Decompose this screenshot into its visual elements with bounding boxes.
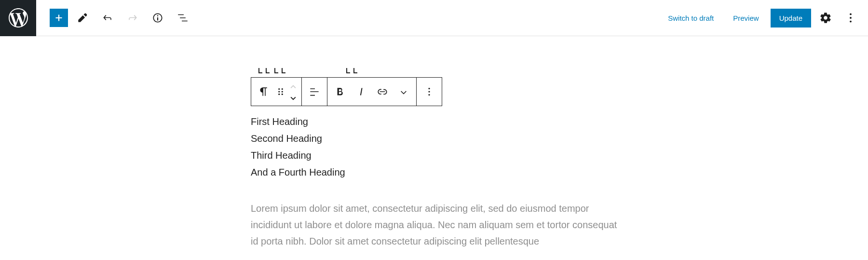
link-icon	[376, 85, 389, 98]
top-toolbar: Switch to draft Preview Update	[0, 0, 868, 36]
block-mover[interactable]	[287, 79, 299, 104]
svg-point-1	[850, 17, 852, 19]
bold-icon	[334, 85, 346, 98]
svg-point-2	[850, 21, 852, 23]
add-block-button[interactable]	[50, 9, 68, 27]
align-group	[302, 78, 327, 106]
heading-line[interactable]: Second Heading	[251, 130, 617, 147]
block-type-group	[251, 78, 302, 106]
move-down-button[interactable]	[287, 92, 299, 102]
heading-line[interactable]: First Heading	[251, 113, 617, 130]
list-view-icon	[176, 12, 189, 24]
outline-button[interactable]	[172, 7, 193, 28]
redo-button	[122, 7, 143, 28]
move-up-button	[287, 81, 299, 92]
undo-icon	[101, 12, 114, 24]
paragraph-icon	[258, 85, 270, 98]
paragraph-block-button[interactable]	[253, 78, 274, 105]
chevron-up-icon	[288, 83, 298, 90]
more-vertical-icon	[423, 85, 435, 98]
redo-icon	[126, 12, 139, 24]
heading-line[interactable]: And a Fourth Heading	[251, 164, 617, 181]
svg-point-4	[282, 88, 283, 90]
settings-button[interactable]	[815, 7, 836, 28]
svg-point-8	[282, 94, 283, 95]
svg-point-6	[282, 91, 283, 92]
heading-line[interactable]: Third Heading	[251, 147, 617, 164]
drag-icon	[274, 85, 287, 98]
undo-button[interactable]	[97, 7, 118, 28]
block-toolbar	[251, 77, 442, 106]
switch-to-draft-button[interactable]: Switch to draft	[660, 9, 721, 27]
info-button[interactable]	[147, 7, 168, 28]
chevron-down-icon	[397, 85, 410, 98]
drag-handle[interactable]	[274, 78, 287, 105]
plus-icon	[53, 12, 65, 24]
align-button[interactable]	[304, 78, 325, 105]
wordpress-icon	[9, 8, 28, 27]
more-vertical-icon	[844, 12, 857, 24]
paragraph-block[interactable]: Lorem ipsum dolor sit amet, consectetur …	[251, 200, 617, 249]
toolbar-left	[36, 7, 193, 28]
format-group	[327, 78, 417, 106]
editor-area: First Heading Second Heading Third Headi…	[0, 36, 868, 249]
svg-point-11	[428, 94, 430, 96]
wordpress-logo[interactable]	[0, 0, 36, 36]
bold-button[interactable]	[329, 78, 351, 105]
italic-button[interactable]	[351, 78, 372, 105]
svg-point-5	[278, 91, 280, 92]
more-format-button[interactable]	[393, 78, 414, 105]
more-options-button[interactable]	[840, 7, 861, 28]
update-button[interactable]: Update	[771, 9, 811, 27]
align-left-icon	[308, 85, 321, 98]
italic-icon	[355, 85, 367, 98]
more-group	[417, 78, 442, 106]
preview-button[interactable]: Preview	[725, 9, 766, 27]
svg-point-3	[278, 88, 280, 90]
svg-point-0	[850, 13, 852, 15]
svg-point-7	[278, 94, 280, 95]
pencil-icon	[76, 12, 89, 24]
gear-icon	[819, 12, 832, 24]
link-button[interactable]	[372, 78, 393, 105]
svg-point-10	[428, 91, 430, 92]
info-icon	[151, 12, 164, 24]
toolbar-right: Switch to draft Preview Update	[660, 7, 868, 28]
svg-point-9	[428, 88, 430, 89]
edit-mode-button[interactable]	[72, 7, 93, 28]
chevron-down-icon	[288, 94, 298, 100]
content-wrapper: First Heading Second Heading Third Headi…	[251, 70, 617, 249]
block-more-button[interactable]	[419, 78, 440, 105]
